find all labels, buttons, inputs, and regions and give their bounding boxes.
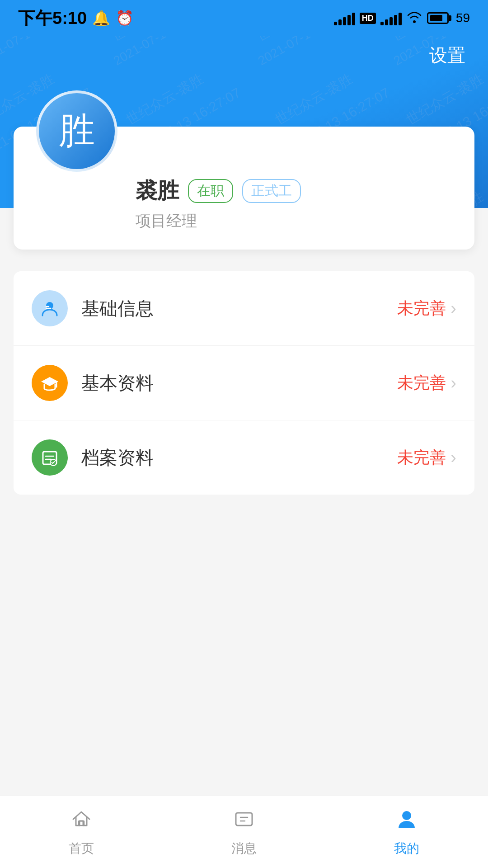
status-icons: HD 59 xyxy=(334,10,470,26)
battery-icon xyxy=(427,12,451,24)
archive-materials-status: 未完善 xyxy=(397,447,446,469)
person-icon xyxy=(40,298,60,318)
alarm-icon: 🔔 xyxy=(92,9,110,27)
signal-icon-2 xyxy=(380,11,402,25)
mine-icon xyxy=(395,807,418,836)
basic-materials-icon-circle xyxy=(32,365,68,401)
nav-home-label: 首页 xyxy=(69,840,94,857)
status-badge-type: 正式工 xyxy=(242,179,301,203)
profile-role: 项目经理 xyxy=(136,211,456,231)
svg-rect-9 xyxy=(236,813,252,826)
basic-info-status: 未完善 xyxy=(397,297,446,320)
avatar-wrapper: 胜 xyxy=(36,90,117,172)
message-icon xyxy=(232,807,256,836)
profile-card: 胜 裘胜 在职 正式工 项目经理 xyxy=(14,127,474,250)
basic-info-chevron-icon: › xyxy=(450,299,456,318)
battery-level: 59 xyxy=(456,11,470,25)
basic-materials-chevron-icon: › xyxy=(450,373,456,393)
graduation-icon xyxy=(39,373,60,393)
menu-item-archive-materials[interactable]: 档案资料 未完善 › xyxy=(14,420,474,495)
status-time: 下午5:10 🔔 ⏰ xyxy=(18,7,134,30)
settings-button[interactable]: 设置 xyxy=(429,43,465,68)
archive-materials-chevron-icon: › xyxy=(450,448,456,467)
basic-info-icon-circle xyxy=(32,290,68,326)
nav-item-home[interactable]: 首页 xyxy=(0,796,163,868)
home-icon xyxy=(70,807,93,836)
status-bar: 下午5:10 🔔 ⏰ HD xyxy=(0,0,488,36)
basic-materials-status: 未完善 xyxy=(397,372,446,394)
nav-mine-label: 我的 xyxy=(394,840,419,857)
archive-icon xyxy=(39,447,60,468)
wifi-icon xyxy=(406,10,422,26)
bottom-nav: 首页 消息 我的 xyxy=(0,796,488,868)
nav-item-message[interactable]: 消息 xyxy=(163,796,325,868)
nav-item-mine[interactable]: 我的 xyxy=(325,796,488,868)
avatar: 胜 xyxy=(36,90,117,172)
archive-materials-label: 档案资料 xyxy=(81,445,397,470)
profile-name: 裘胜 xyxy=(136,176,179,205)
basic-info-label: 基础信息 xyxy=(81,296,397,321)
menu-item-basic-info[interactable]: 基础信息 未完善 › xyxy=(14,271,474,346)
archive-materials-icon-circle xyxy=(32,439,68,476)
svg-point-12 xyxy=(402,811,411,820)
menu-list: 基础信息 未完善 › 基本资料 未完善 › 档案资料 未完善 xyxy=(14,271,474,495)
clock-icon: ⏰ xyxy=(116,9,134,27)
menu-item-basic-materials[interactable]: 基本资料 未完善 › xyxy=(14,346,474,420)
signal-icon xyxy=(334,11,355,25)
profile-name-row: 裘胜 在职 正式工 xyxy=(136,176,456,205)
status-badge-active: 在职 xyxy=(188,179,233,203)
nav-message-label: 消息 xyxy=(231,840,257,857)
basic-materials-label: 基本资料 xyxy=(81,371,397,396)
hd-badge: HD xyxy=(360,13,376,24)
